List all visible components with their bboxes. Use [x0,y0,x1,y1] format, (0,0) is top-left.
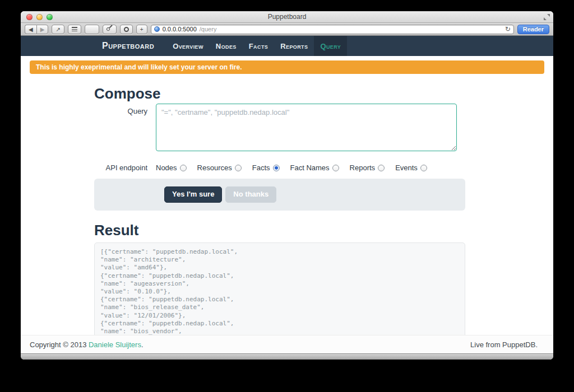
footer-right-text: Live from PuppetDB. [470,340,538,349]
query-form-row: Query "=", "certname", "puppetdb.nedap.l… [94,104,465,151]
endpoint-option-label: Reports [350,164,376,172]
back-icon: ◀ [29,26,33,32]
radio-icon[interactable] [378,165,385,171]
extension-button[interactable] [120,25,133,34]
warning-banner: This is highly exeprimental and will lik… [30,60,544,74]
query-label: Query [94,104,156,151]
new-tab-button[interactable]: + [136,25,147,34]
globe-favicon-icon [154,26,160,32]
nav-item-reports[interactable]: Reports [274,36,314,56]
plus-icon: + [140,26,144,32]
navbar-brand[interactable]: Puppetboard [102,36,154,56]
password-extension-button[interactable] [103,25,117,34]
blank-toolbar-button[interactable] [85,25,99,34]
nav-item-overview[interactable]: Overview [166,36,210,56]
radio-icon[interactable] [180,165,187,171]
close-window-button[interactable] [26,14,33,20]
address-bar[interactable]: 0.0.0.0:5000 /query ↻ [151,25,514,34]
endpoint-option-nodes[interactable]: Nodes [156,164,187,172]
app-navbar: Puppetboard Overview Nodes Facts Reports… [21,36,553,56]
result-output: [{"certname": "puppetdb.nedap.local", "n… [94,242,465,335]
compose-heading: Compose [94,85,465,102]
page-content: This is highly exeprimental and will lik… [21,56,553,335]
window-title: Puppetboard [268,13,307,21]
main-container: Compose Query "=", "certname", "puppetdb… [94,85,465,335]
confirm-panel: Yes I'm sure No thanks [94,179,465,211]
nav-item-facts[interactable]: Facts [243,36,274,56]
fullscreen-icon[interactable] [544,14,550,20]
share-button[interactable]: ↗ [52,25,64,34]
browser-toolbar: ◀ ▶ ↗ + 0.0.0.0:5000 /query ↻ Reader [21,23,553,36]
browser-window: Puppetboard ◀ ▶ ↗ + 0.0.0.0:5000 /query … [21,11,553,360]
window-bottom-strip [21,353,553,360]
forward-icon: ▶ [40,26,45,32]
minimize-window-button[interactable] [36,14,43,20]
endpoint-option-fact-names[interactable]: Fact Names [290,164,339,172]
copyright-prefix: Copyright © 2013 [30,340,89,349]
refresh-icon[interactable]: ↻ [505,26,511,32]
endpoint-option-label: Nodes [156,164,177,172]
nav-item-query[interactable]: Query [314,36,347,56]
api-endpoint-label: API endpoint [94,160,156,172]
endpoint-option-facts[interactable]: Facts [252,164,280,172]
url-host: 0.0.0.0:5000 [163,26,197,32]
endpoint-option-label: Resources [197,164,232,172]
author-link[interactable]: Daniele Sluijters [89,340,141,349]
titlebar: Puppetboard [21,11,553,23]
query-input[interactable]: "=", "certname", "puppetdb.nedap.local" [156,104,457,151]
share-icon: ↗ [55,26,60,32]
reader-button[interactable]: Reader [517,25,549,34]
result-heading: Result [94,222,465,239]
url-path: /query [200,26,217,32]
endpoint-option-resources[interactable]: Resources [197,164,242,172]
radio-checked-icon[interactable] [273,165,280,171]
endpoint-option-label: Facts [252,164,270,172]
zoom-window-button[interactable] [47,14,53,20]
traffic-lights [26,14,53,20]
endpoint-option-label: Events [395,164,418,172]
radio-icon[interactable] [420,165,427,171]
reading-list-button[interactable] [68,25,81,34]
radio-icon[interactable] [235,165,242,171]
endpoint-form-row: API endpoint Nodes Resources Facts Fact … [94,160,465,172]
ring-icon [124,27,129,32]
cancel-button[interactable]: No thanks [225,186,276,202]
nav-item-nodes[interactable]: Nodes [210,36,243,56]
confirm-button[interactable]: Yes I'm sure [164,186,222,202]
endpoint-radio-group: Nodes Resources Facts Fact Names Reports… [156,160,427,172]
reading-list-icon [72,27,77,31]
endpoint-option-events[interactable]: Events [395,164,427,172]
footer: Copyright © 2013 Daniele Sluijters. Live… [21,335,553,353]
endpoint-option-label: Fact Names [290,164,330,172]
forward-button[interactable]: ▶ [36,25,49,34]
key-icon [106,27,110,31]
endpoint-option-reports[interactable]: Reports [350,164,385,172]
copyright-suffix: . [141,340,144,349]
copyright-text: Copyright © 2013 Daniele Sluijters. [30,340,144,349]
radio-icon[interactable] [332,165,339,171]
back-button[interactable]: ◀ [25,25,36,34]
history-nav-group: ◀ ▶ [25,25,48,34]
